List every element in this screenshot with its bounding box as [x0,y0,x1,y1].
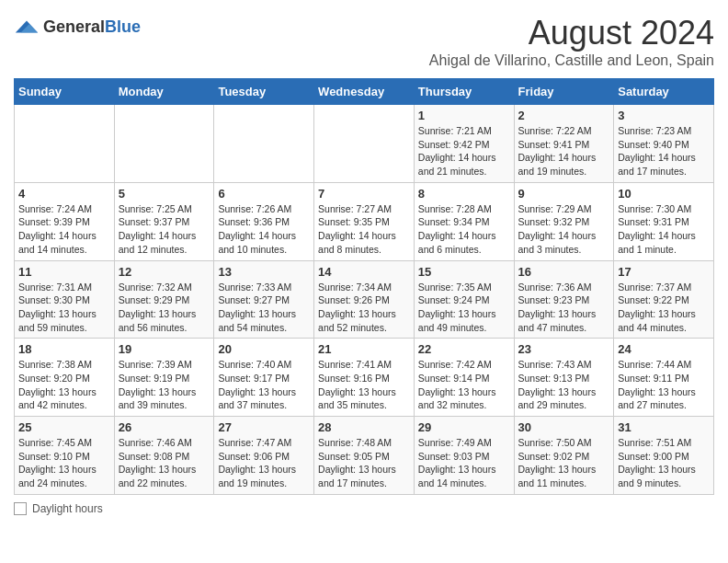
day-info: Sunrise: 7:21 AM Sunset: 9:42 PM Dayligh… [418,124,510,178]
day-info: Sunrise: 7:26 AM Sunset: 9:36 PM Dayligh… [218,202,310,257]
day-cell: 29Sunrise: 7:49 AM Sunset: 9:03 PM Dayli… [414,417,514,495]
day-info: Sunrise: 7:30 AM Sunset: 9:31 PM Dayligh… [618,202,710,257]
title-area: August 2024 Ahigal de Villarino, Castill… [429,14,714,69]
col-header-monday: Monday [114,79,214,105]
day-info: Sunrise: 7:46 AM Sunset: 9:08 PM Dayligh… [119,436,210,490]
day-info: Sunrise: 7:35 AM Sunset: 9:24 PM Dayligh… [418,281,510,335]
day-number: 2 [518,109,610,122]
day-cell: 31Sunrise: 7:51 AM Sunset: 9:00 PM Dayli… [614,417,714,495]
day-number: 14 [318,265,410,279]
day-cell: 7Sunrise: 7:27 AM Sunset: 9:35 PM Daylig… [314,182,415,260]
day-cell: 6Sunrise: 7:26 AM Sunset: 9:36 PM Daylig… [214,182,314,260]
day-number: 16 [518,265,610,279]
day-cell: 22Sunrise: 7:42 AM Sunset: 9:14 PM Dayli… [414,339,514,417]
day-cell: 27Sunrise: 7:47 AM Sunset: 9:06 PM Dayli… [214,417,314,495]
day-info: Sunrise: 7:23 AM Sunset: 9:40 PM Dayligh… [618,124,710,178]
day-info: Sunrise: 7:50 AM Sunset: 9:02 PM Dayligh… [518,436,610,490]
day-cell: 5Sunrise: 7:25 AM Sunset: 9:37 PM Daylig… [114,182,214,260]
header-row: SundayMondayTuesdayWednesdayThursdayFrid… [15,79,714,105]
day-cell: 10Sunrise: 7:30 AM Sunset: 9:31 PM Dayli… [614,182,714,260]
day-cell: 9Sunrise: 7:29 AM Sunset: 9:32 PM Daylig… [514,182,614,260]
day-number: 7 [318,187,410,201]
col-header-wednesday: Wednesday [314,79,415,105]
day-number: 31 [618,420,710,434]
day-cell: 16Sunrise: 7:36 AM Sunset: 9:23 PM Dayli… [514,260,614,339]
week-row-4: 25Sunrise: 7:45 AM Sunset: 9:10 PM Dayli… [15,417,714,495]
day-cell: 26Sunrise: 7:46 AM Sunset: 9:08 PM Dayli… [114,417,214,495]
logo-general: GeneralBlue [43,17,141,37]
day-number: 20 [218,342,310,356]
day-number: 6 [218,187,310,201]
week-row-3: 18Sunrise: 7:38 AM Sunset: 9:20 PM Dayli… [15,339,714,417]
day-number: 25 [18,420,110,434]
day-number: 9 [518,187,610,201]
day-cell: 1Sunrise: 7:21 AM Sunset: 9:42 PM Daylig… [414,105,514,183]
day-cell: 17Sunrise: 7:37 AM Sunset: 9:22 PM Dayli… [614,260,714,339]
day-cell: 24Sunrise: 7:44 AM Sunset: 9:11 PM Dayli… [614,339,714,417]
subtitle: Ahigal de Villarino, Castille and Leon, … [429,52,714,69]
day-number: 29 [418,420,510,434]
day-cell: 12Sunrise: 7:32 AM Sunset: 9:29 PM Dayli… [114,260,214,339]
logo: GeneralBlue [14,14,141,40]
header: GeneralBlue August 2024 Ahigal de Villar… [14,14,714,69]
day-info: Sunrise: 7:49 AM Sunset: 9:03 PM Dayligh… [418,436,510,490]
day-info: Sunrise: 7:41 AM Sunset: 9:16 PM Dayligh… [318,358,410,412]
day-info: Sunrise: 7:48 AM Sunset: 9:05 PM Dayligh… [318,436,410,490]
day-cell: 15Sunrise: 7:35 AM Sunset: 9:24 PM Dayli… [414,260,514,339]
day-number: 26 [119,420,210,434]
day-cell: 28Sunrise: 7:48 AM Sunset: 9:05 PM Dayli… [314,417,415,495]
day-cell: 4Sunrise: 7:24 AM Sunset: 9:39 PM Daylig… [15,182,115,260]
col-header-tuesday: Tuesday [214,79,314,105]
day-number: 24 [618,342,710,356]
day-info: Sunrise: 7:43 AM Sunset: 9:13 PM Dayligh… [518,358,610,412]
day-number: 27 [218,420,310,434]
day-info: Sunrise: 7:31 AM Sunset: 9:30 PM Dayligh… [18,281,110,335]
day-info: Sunrise: 7:28 AM Sunset: 9:34 PM Dayligh… [418,202,510,257]
day-number: 23 [518,342,610,356]
day-cell: 2Sunrise: 7:22 AM Sunset: 9:41 PM Daylig… [514,105,614,183]
footer: Daylight hours [14,502,714,515]
day-info: Sunrise: 7:47 AM Sunset: 9:06 PM Dayligh… [218,436,310,490]
daylight-box [14,502,27,515]
day-info: Sunrise: 7:33 AM Sunset: 9:27 PM Dayligh… [218,281,310,335]
day-cell: 21Sunrise: 7:41 AM Sunset: 9:16 PM Dayli… [314,339,415,417]
day-cell [15,105,115,183]
logo-icon [14,14,40,40]
day-info: Sunrise: 7:22 AM Sunset: 9:41 PM Dayligh… [518,124,610,178]
day-cell: 18Sunrise: 7:38 AM Sunset: 9:20 PM Dayli… [15,339,115,417]
day-info: Sunrise: 7:37 AM Sunset: 9:22 PM Dayligh… [618,281,710,335]
day-info: Sunrise: 7:42 AM Sunset: 9:14 PM Dayligh… [418,358,510,412]
day-cell: 3Sunrise: 7:23 AM Sunset: 9:40 PM Daylig… [614,105,714,183]
day-number: 17 [618,265,710,279]
day-number: 10 [618,187,710,201]
day-number: 13 [218,265,310,279]
day-cell: 30Sunrise: 7:50 AM Sunset: 9:02 PM Dayli… [514,417,614,495]
day-info: Sunrise: 7:32 AM Sunset: 9:29 PM Dayligh… [119,281,210,335]
day-info: Sunrise: 7:27 AM Sunset: 9:35 PM Dayligh… [318,202,410,257]
day-number: 12 [119,265,210,279]
col-header-saturday: Saturday [614,79,714,105]
day-number: 5 [119,187,210,201]
day-number: 15 [418,265,510,279]
day-info: Sunrise: 7:36 AM Sunset: 9:23 PM Dayligh… [518,281,610,335]
day-cell: 13Sunrise: 7:33 AM Sunset: 9:27 PM Dayli… [214,260,314,339]
day-info: Sunrise: 7:39 AM Sunset: 9:19 PM Dayligh… [119,358,210,412]
day-cell [114,105,214,183]
daylight-label: Daylight hours [32,502,103,515]
col-header-thursday: Thursday [414,79,514,105]
day-info: Sunrise: 7:40 AM Sunset: 9:17 PM Dayligh… [218,358,310,412]
day-cell: 23Sunrise: 7:43 AM Sunset: 9:13 PM Dayli… [514,339,614,417]
day-number: 21 [318,342,410,356]
day-info: Sunrise: 7:38 AM Sunset: 9:20 PM Dayligh… [18,358,110,412]
day-number: 22 [418,342,510,356]
day-number: 8 [418,187,510,201]
day-cell: 8Sunrise: 7:28 AM Sunset: 9:34 PM Daylig… [414,182,514,260]
day-info: Sunrise: 7:51 AM Sunset: 9:00 PM Dayligh… [618,436,710,490]
day-cell: 19Sunrise: 7:39 AM Sunset: 9:19 PM Dayli… [114,339,214,417]
week-row-0: 1Sunrise: 7:21 AM Sunset: 9:42 PM Daylig… [15,105,714,183]
day-cell: 11Sunrise: 7:31 AM Sunset: 9:30 PM Dayli… [15,260,115,339]
day-info: Sunrise: 7:25 AM Sunset: 9:37 PM Dayligh… [119,202,210,257]
main-title: August 2024 [429,14,714,52]
day-info: Sunrise: 7:24 AM Sunset: 9:39 PM Dayligh… [18,202,110,257]
day-number: 18 [18,342,110,356]
